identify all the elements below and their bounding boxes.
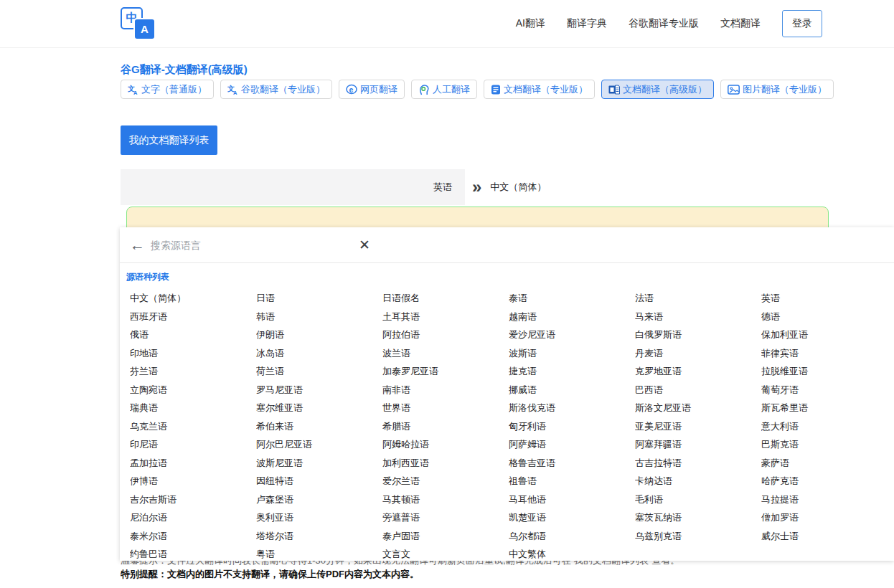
language-option[interactable]: 南非语 [382, 381, 509, 399]
language-option[interactable]: 卡纳达语 [635, 472, 761, 490]
language-option[interactable]: 波斯语 [509, 344, 635, 363]
my-doc-translate-list-button[interactable]: 我的文档翻译列表 [121, 125, 217, 155]
language-option[interactable]: 德语 [761, 308, 888, 326]
language-option[interactable]: 伊朗语 [256, 326, 382, 344]
language-option[interactable]: 伊博语 [130, 472, 256, 490]
language-option[interactable]: 世界语 [382, 399, 509, 417]
language-option[interactable]: 希伯来语 [256, 417, 382, 436]
tab-0[interactable]: 文A文字（普通版） [121, 80, 214, 99]
language-option[interactable]: 亚美尼亚语 [635, 417, 761, 436]
language-option[interactable]: 古吉拉特语 [635, 454, 761, 473]
language-option[interactable]: 约鲁巴语 [130, 545, 256, 564]
language-option[interactable]: 挪威语 [509, 381, 635, 399]
language-option[interactable]: 中文（简体） [130, 289, 256, 308]
language-option[interactable]: 拉脱维亚语 [761, 362, 888, 381]
login-button[interactable]: 登录 [782, 10, 822, 37]
close-icon[interactable]: ✕ [359, 238, 370, 252]
language-option[interactable]: 斯洛文尼亚语 [635, 399, 761, 417]
language-option[interactable]: 威尔士语 [761, 527, 888, 546]
language-option[interactable]: 吉尔吉斯语 [130, 490, 256, 509]
language-option[interactable]: 巴斯克语 [761, 435, 888, 454]
language-option[interactable]: 巴西语 [635, 381, 761, 399]
language-option[interactable]: 保加利亚语 [761, 326, 888, 344]
tab-2[interactable]: e网页翻译 [339, 80, 405, 99]
language-option[interactable]: 泰语 [509, 289, 635, 308]
language-option[interactable]: 卢森堡语 [256, 490, 382, 509]
translate-logo-icon[interactable]: 中 A [121, 6, 158, 42]
language-option[interactable]: 格鲁吉亚语 [509, 454, 635, 473]
tab-5-active[interactable]: 文档翻译（高级版） [601, 80, 714, 99]
language-option[interactable]: 塞尔维亚语 [256, 399, 382, 417]
language-option[interactable]: 阿拉伯语 [382, 326, 509, 344]
language-option[interactable]: 旁遮普语 [382, 508, 509, 527]
language-option[interactable]: 波兰语 [382, 344, 509, 363]
nav-item-2[interactable]: 谷歌翻译专业版 [629, 17, 699, 30]
language-option[interactable]: 菲律宾语 [761, 344, 888, 363]
language-option[interactable]: 奥利亚语 [256, 508, 382, 527]
language-option[interactable]: 日语 [256, 289, 382, 308]
language-option[interactable]: 尼泊尔语 [130, 508, 256, 527]
language-option[interactable]: 意大利语 [761, 417, 888, 436]
language-option[interactable]: 俄语 [130, 326, 256, 344]
language-option[interactable]: 凯楚亚语 [509, 508, 635, 527]
language-option[interactable]: 乌兹别克语 [635, 527, 761, 546]
language-option[interactable]: 僧加罗语 [761, 508, 888, 527]
tab-3[interactable]: 人工翻译 [411, 80, 477, 99]
language-option[interactable]: 瑞典语 [130, 399, 256, 417]
language-option[interactable]: 加利西亚语 [382, 454, 509, 473]
back-arrow-icon[interactable]: ← [130, 237, 145, 252]
language-option[interactable]: 印尼语 [130, 435, 256, 454]
language-option[interactable]: 马拉提语 [761, 490, 888, 509]
nav-item-3[interactable]: 文档翻译 [720, 17, 761, 30]
language-option[interactable]: 西班牙语 [130, 308, 256, 326]
language-option[interactable]: 孟加拉语 [130, 454, 256, 473]
language-option[interactable]: 斯洛伐克语 [509, 399, 635, 417]
language-option[interactable]: 文言文 [382, 545, 509, 564]
language-option[interactable]: 马来语 [635, 308, 761, 326]
language-option[interactable]: 罗马尼亚语 [256, 381, 382, 399]
language-option[interactable]: 冰岛语 [256, 344, 382, 363]
language-option[interactable]: 豪萨语 [761, 454, 888, 473]
language-option[interactable]: 爱尔兰语 [382, 472, 509, 490]
language-option[interactable]: 匈牙利语 [509, 417, 635, 436]
tab-4[interactable]: 文档翻译（专业版） [484, 80, 595, 99]
language-option[interactable]: 斯瓦希里语 [761, 399, 888, 417]
source-language-selector[interactable]: 英语 [121, 169, 465, 205]
language-option[interactable]: 韩语 [256, 308, 382, 326]
tab-6[interactable]: 图片翻译（专业版） [720, 80, 834, 99]
language-option[interactable]: 粤语 [256, 545, 382, 564]
nav-item-1[interactable]: 翻译字典 [567, 17, 607, 30]
language-option[interactable]: 越南语 [509, 308, 635, 326]
language-option[interactable]: 马耳他语 [509, 490, 635, 509]
language-option[interactable]: 克罗地亚语 [635, 362, 761, 381]
language-option[interactable]: 白俄罗斯语 [635, 326, 761, 344]
language-option[interactable]: 土耳其语 [382, 308, 509, 326]
language-option[interactable]: 爱沙尼亚语 [509, 326, 635, 344]
language-option[interactable]: 阿萨姆语 [509, 435, 635, 454]
language-option[interactable]: 印地语 [130, 344, 256, 363]
language-option[interactable]: 日语假名 [382, 289, 509, 308]
language-option[interactable]: 塞茨瓦纳语 [635, 508, 761, 527]
language-option[interactable]: 立陶宛语 [130, 381, 256, 399]
nav-item-0[interactable]: AI翻译 [516, 17, 545, 30]
language-option[interactable]: 希腊语 [382, 417, 509, 436]
language-option[interactable]: 丹麦语 [635, 344, 761, 363]
language-option[interactable]: 祖鲁语 [509, 472, 635, 490]
search-source-language-input[interactable] [151, 240, 359, 251]
language-option[interactable]: 阿姆哈拉语 [382, 435, 509, 454]
language-option[interactable]: 法语 [635, 289, 761, 308]
language-option[interactable]: 因纽特语 [256, 472, 382, 490]
tab-1[interactable]: 文A谷歌翻译（专业版） [220, 80, 332, 99]
language-option[interactable]: 波斯尼亚语 [256, 454, 382, 473]
language-option[interactable]: 泰卢固语 [382, 527, 509, 546]
language-option[interactable]: 捷克语 [509, 362, 635, 381]
language-option[interactable]: 乌尔都语 [509, 527, 635, 546]
language-option[interactable]: 荷兰语 [256, 362, 382, 381]
language-option[interactable]: 哈萨克语 [761, 472, 888, 490]
language-option[interactable]: 英语 [761, 289, 888, 308]
language-option[interactable]: 阿尔巴尼亚语 [256, 435, 382, 454]
language-option[interactable]: 中文繁体 [509, 545, 635, 564]
language-option[interactable]: 葡萄牙语 [761, 381, 888, 399]
language-option[interactable]: 塔塔尔语 [256, 527, 382, 546]
language-option[interactable]: 芬兰语 [130, 362, 256, 381]
